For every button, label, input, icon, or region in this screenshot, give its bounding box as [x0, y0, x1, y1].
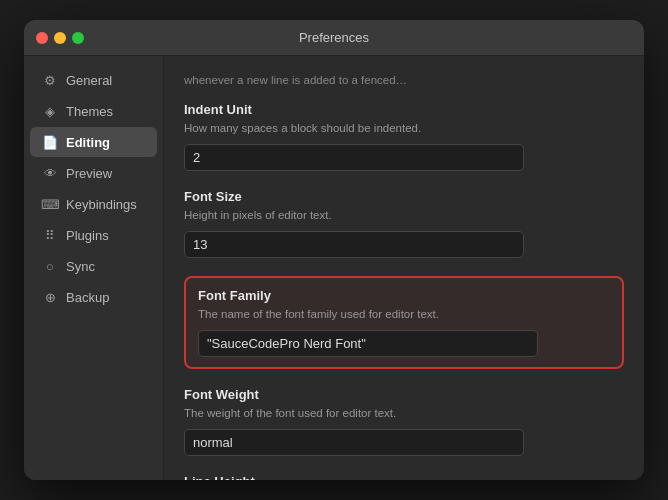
indent-unit-label: Indent Unit	[184, 102, 624, 117]
line-height-label: Line Height	[184, 474, 624, 480]
keybindings-icon: ⌨	[42, 196, 58, 212]
font-family-desc: The name of the font family used for edi…	[198, 306, 610, 322]
sidebar-item-themes[interactable]: ◈ Themes	[30, 96, 157, 126]
section-font-weight: Font Weight The weight of the font used …	[184, 387, 624, 456]
font-family-input[interactable]	[198, 330, 538, 357]
backup-icon: ⊕	[42, 289, 58, 305]
section-font-family: Font Family The name of the font family …	[184, 276, 624, 369]
font-size-desc: Height in pixels of editor text.	[184, 207, 624, 223]
sidebar-item-general[interactable]: ⚙ General	[30, 65, 157, 95]
sidebar-item-editing[interactable]: 📄 Editing	[30, 127, 157, 157]
window-title: Preferences	[299, 30, 369, 45]
sidebar-label-plugins: Plugins	[66, 228, 109, 243]
section-font-size: Font Size Height in pixels of editor tex…	[184, 189, 624, 258]
font-size-label: Font Size	[184, 189, 624, 204]
font-weight-label: Font Weight	[184, 387, 624, 402]
preview-icon: 👁	[42, 165, 58, 181]
sidebar-item-preview[interactable]: 👁 Preview	[30, 158, 157, 188]
sidebar-label-backup: Backup	[66, 290, 109, 305]
sidebar-label-themes: Themes	[66, 104, 113, 119]
sidebar-item-backup[interactable]: ⊕ Backup	[30, 282, 157, 312]
maximize-button[interactable]	[72, 32, 84, 44]
sidebar: ⚙ General ◈ Themes 📄 Editing 👁 Preview ⌨…	[24, 56, 164, 480]
minimize-button[interactable]	[54, 32, 66, 44]
font-weight-desc: The weight of the font used for editor t…	[184, 405, 624, 421]
content-area: ⚙ General ◈ Themes 📄 Editing 👁 Preview ⌨…	[24, 56, 644, 480]
font-size-input[interactable]	[184, 231, 524, 258]
indent-unit-input[interactable]	[184, 144, 524, 171]
sidebar-item-plugins[interactable]: ⠿ Plugins	[30, 220, 157, 250]
plugins-icon: ⠿	[42, 227, 58, 243]
section-indent-unit: Indent Unit How many spaces a block shou…	[184, 102, 624, 171]
top-description: whenever a new line is added to a fenced…	[184, 72, 624, 88]
sidebar-label-keybindings: Keybindings	[66, 197, 137, 212]
sidebar-item-sync[interactable]: ○ Sync	[30, 251, 157, 281]
font-weight-input[interactable]	[184, 429, 524, 456]
sync-icon: ○	[42, 258, 58, 274]
sidebar-item-keybindings[interactable]: ⌨ Keybindings	[30, 189, 157, 219]
gear-icon: ⚙	[42, 72, 58, 88]
sidebar-label-preview: Preview	[66, 166, 112, 181]
themes-icon: ◈	[42, 103, 58, 119]
preferences-window: Preferences ⚙ General ◈ Themes 📄 Editing…	[24, 20, 644, 480]
titlebar: Preferences	[24, 20, 644, 56]
section-line-height: Line Height Height of editor lines, as a…	[184, 474, 624, 480]
sidebar-label-general: General	[66, 73, 112, 88]
sidebar-label-editing: Editing	[66, 135, 110, 150]
editing-icon: 📄	[42, 134, 58, 150]
indent-unit-desc: How many spaces a block should be indent…	[184, 120, 624, 136]
traffic-lights	[36, 32, 84, 44]
font-family-label: Font Family	[198, 288, 610, 303]
main-panel: whenever a new line is added to a fenced…	[164, 56, 644, 480]
close-button[interactable]	[36, 32, 48, 44]
sidebar-label-sync: Sync	[66, 259, 95, 274]
